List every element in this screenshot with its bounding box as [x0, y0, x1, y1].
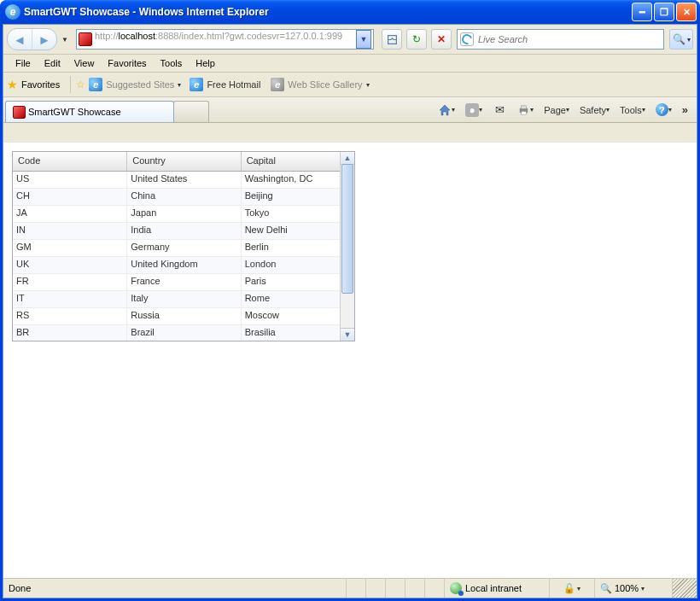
chevron-down-icon[interactable]: ▾: [366, 81, 370, 89]
home-button[interactable]: ▾: [435, 101, 458, 120]
cell-code: CH: [13, 189, 127, 205]
table-row[interactable]: ITItalyRome: [13, 291, 354, 308]
menu-help[interactable]: Help: [189, 56, 222, 70]
cell-capital: Washington, DC: [242, 172, 354, 188]
search-button[interactable]: 🔍▾: [669, 29, 693, 50]
zoom-icon: 🔍: [600, 583, 612, 594]
tab-label: SmartGWT Showcase: [28, 107, 121, 117]
maximize-button[interactable]: ❐: [654, 3, 674, 21]
menu-view[interactable]: View: [67, 56, 102, 70]
col-country[interactable]: Country: [127, 152, 241, 171]
address-bar[interactable]: http://localhost:8888/index.html?gwt.cod…: [76, 29, 374, 50]
refresh-button[interactable]: ↻: [406, 29, 427, 50]
status-text: Done: [3, 583, 346, 593]
tab-smartgwt-showcase[interactable]: SmartGWT Showcase: [5, 101, 174, 122]
search-input[interactable]: [476, 30, 661, 49]
read-mail-button[interactable]: ✉: [489, 101, 510, 120]
help-button[interactable]: ?▾: [652, 101, 675, 120]
menu-file[interactable]: File: [9, 56, 38, 70]
free-hotmail-link[interactable]: Free Hotmail: [207, 79, 260, 90]
rss-icon: ๑: [465, 103, 479, 117]
col-code[interactable]: Code: [13, 152, 127, 171]
page-content: Code Country Capital USUnited StatesWash…: [3, 143, 697, 579]
status-pane: [365, 579, 385, 598]
address-dropdown[interactable]: ▼: [356, 30, 371, 49]
menu-tools[interactable]: Tools: [154, 56, 190, 70]
tools-menu[interactable]: Tools ▾: [616, 101, 649, 120]
menu-favorites[interactable]: Favorites: [101, 56, 153, 70]
overflow-button[interactable]: »: [679, 101, 691, 120]
cell-capital: London: [242, 257, 354, 273]
back-button[interactable]: ◄: [8, 29, 32, 50]
protected-mode[interactable]: 🔓▾: [549, 579, 594, 598]
url-field[interactable]: http://localhost:8888/index.html?gwt.cod…: [95, 31, 356, 48]
stop-button[interactable]: ✕: [431, 29, 452, 50]
forward-button[interactable]: ►: [32, 29, 56, 50]
help-icon: ?: [656, 103, 668, 116]
table-row[interactable]: CHChinaBeijing: [13, 189, 354, 206]
divider: [70, 76, 71, 93]
cell-code: UK: [13, 257, 127, 273]
bing-icon: [460, 32, 474, 46]
suggested-sites-link[interactable]: Suggested Sites: [106, 79, 174, 90]
status-pane: [346, 579, 365, 598]
col-capital[interactable]: Capital: [242, 152, 354, 171]
cell-country: China: [127, 189, 241, 205]
ie-icon: e: [89, 78, 102, 91]
new-tab-button[interactable]: [173, 101, 209, 122]
table-row[interactable]: RSRussiaMoscow: [13, 308, 354, 325]
safety-menu[interactable]: Safety ▾: [576, 101, 613, 120]
search-bar[interactable]: [457, 29, 664, 50]
ie-window: e SmartGWT Showcase - Windows Internet E…: [0, 0, 700, 601]
grid-body: USUnited StatesWashington, DCCHChinaBeij…: [13, 172, 354, 341]
status-panes: [346, 579, 444, 598]
svg-rect-2: [521, 106, 526, 109]
ie-icon: e: [190, 78, 203, 91]
table-row[interactable]: GMGermanyBerlin: [13, 240, 354, 257]
add-favorite-icon[interactable]: ☆: [76, 79, 85, 90]
table-row[interactable]: UKUnited KingdomLondon: [13, 257, 354, 274]
scroll-thumb[interactable]: [341, 164, 353, 294]
zone-label: Local intranet: [465, 583, 522, 593]
nav-row: ◄ ► ▼ http://localhost:8888/index.html?g…: [3, 25, 697, 55]
favorites-star-icon[interactable]: ★: [7, 78, 18, 91]
zoom-control[interactable]: 🔍 100% ▾: [594, 579, 672, 598]
feeds-button[interactable]: ๑▾: [462, 101, 486, 120]
security-zone[interactable]: Local intranet: [444, 579, 549, 598]
resize-grip[interactable]: [672, 579, 697, 598]
cell-code: IN: [13, 223, 127, 239]
web-slice-link[interactable]: Web Slice Gallery: [288, 79, 362, 90]
scroll-up-button[interactable]: ▲: [341, 152, 354, 165]
table-row[interactable]: BRBrazilBrasilia: [13, 325, 354, 341]
minimize-button[interactable]: ━: [632, 3, 652, 21]
favorites-label[interactable]: Favorites: [21, 79, 60, 90]
ie-logo-icon: e: [5, 4, 20, 20]
table-row[interactable]: USUnited StatesWashington, DC: [13, 172, 354, 189]
cell-code: GM: [13, 240, 127, 256]
ie-icon-gray: e: [271, 78, 284, 91]
compat-view-button[interactable]: [382, 29, 402, 50]
command-bar: ▾ ๑▾ ✉ ▾ Page ▾ Safety ▾ Tools ▾ ?▾: [435, 97, 695, 122]
cell-code: BR: [13, 325, 127, 341]
cell-code: JA: [13, 206, 127, 222]
home-icon: [438, 103, 452, 117]
menu-edit[interactable]: Edit: [38, 56, 67, 70]
close-button[interactable]: ✕: [676, 3, 697, 21]
scroll-down-button[interactable]: ▼: [341, 328, 354, 341]
site-icon: [79, 32, 92, 46]
grid-scrollbar[interactable]: ▲ ▼: [340, 152, 354, 341]
cell-capital: Beijing: [242, 189, 354, 205]
page-menu[interactable]: Page ▾: [540, 101, 573, 120]
print-button[interactable]: ▾: [513, 101, 537, 120]
mail-icon: ✉: [493, 103, 506, 117]
cell-capital: Brasilia: [242, 325, 354, 341]
chevron-down-icon[interactable]: ▾: [178, 81, 181, 89]
cell-country: Germany: [127, 240, 241, 256]
cell-capital: Moscow: [242, 308, 354, 324]
table-row[interactable]: INIndiaNew Delhi: [13, 223, 354, 240]
cell-capital: Tokyo: [242, 206, 354, 222]
cell-code: FR: [13, 274, 127, 290]
table-row[interactable]: FRFranceParis: [13, 274, 354, 291]
nav-history-dropdown[interactable]: ▼: [59, 29, 71, 50]
table-row[interactable]: JAJapanTokyo: [13, 206, 354, 223]
